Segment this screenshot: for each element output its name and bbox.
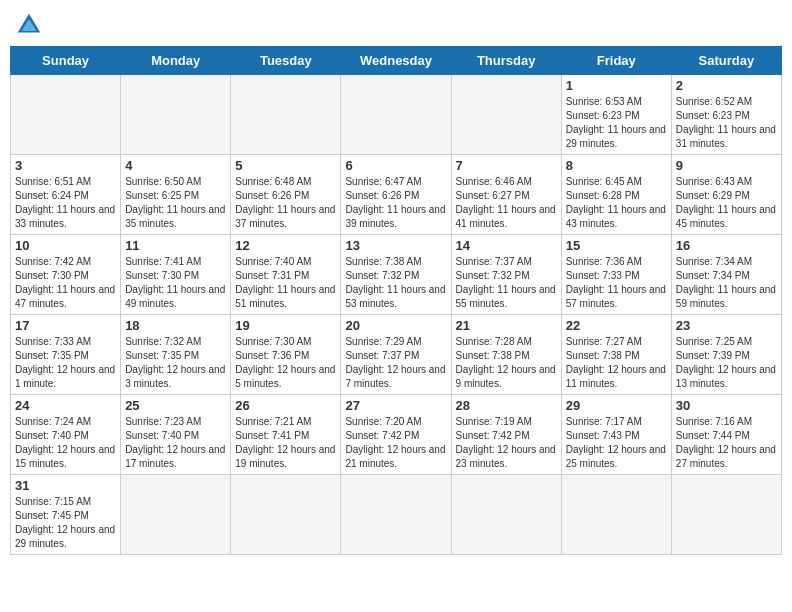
- day-info: Sunrise: 6:53 AM Sunset: 6:23 PM Dayligh…: [566, 95, 667, 151]
- day-info: Sunrise: 6:46 AM Sunset: 6:27 PM Dayligh…: [456, 175, 557, 231]
- day-info: Sunrise: 7:40 AM Sunset: 7:31 PM Dayligh…: [235, 255, 336, 311]
- calendar-cell: 1Sunrise: 6:53 AM Sunset: 6:23 PM Daylig…: [561, 75, 671, 155]
- week-row-3: 10Sunrise: 7:42 AM Sunset: 7:30 PM Dayli…: [11, 235, 782, 315]
- calendar-cell: 26Sunrise: 7:21 AM Sunset: 7:41 PM Dayli…: [231, 395, 341, 475]
- day-number: 1: [566, 78, 667, 93]
- day-info: Sunrise: 7:36 AM Sunset: 7:33 PM Dayligh…: [566, 255, 667, 311]
- calendar-cell: [121, 475, 231, 555]
- calendar-cell: 3Sunrise: 6:51 AM Sunset: 6:24 PM Daylig…: [11, 155, 121, 235]
- day-number: 18: [125, 318, 226, 333]
- day-info: Sunrise: 7:42 AM Sunset: 7:30 PM Dayligh…: [15, 255, 116, 311]
- day-info: Sunrise: 7:41 AM Sunset: 7:30 PM Dayligh…: [125, 255, 226, 311]
- calendar-cell: [451, 475, 561, 555]
- calendar-cell: [341, 75, 451, 155]
- day-number: 7: [456, 158, 557, 173]
- day-info: Sunrise: 7:24 AM Sunset: 7:40 PM Dayligh…: [15, 415, 116, 471]
- day-info: Sunrise: 7:19 AM Sunset: 7:42 PM Dayligh…: [456, 415, 557, 471]
- week-row-1: 1Sunrise: 6:53 AM Sunset: 6:23 PM Daylig…: [11, 75, 782, 155]
- day-number: 22: [566, 318, 667, 333]
- calendar-cell: 20Sunrise: 7:29 AM Sunset: 7:37 PM Dayli…: [341, 315, 451, 395]
- day-info: Sunrise: 6:52 AM Sunset: 6:23 PM Dayligh…: [676, 95, 777, 151]
- day-number: 5: [235, 158, 336, 173]
- calendar-cell: [451, 75, 561, 155]
- day-info: Sunrise: 7:23 AM Sunset: 7:40 PM Dayligh…: [125, 415, 226, 471]
- weekday-header-saturday: Saturday: [671, 47, 781, 75]
- day-number: 27: [345, 398, 446, 413]
- day-number: 23: [676, 318, 777, 333]
- day-number: 25: [125, 398, 226, 413]
- calendar-cell: 2Sunrise: 6:52 AM Sunset: 6:23 PM Daylig…: [671, 75, 781, 155]
- day-info: Sunrise: 7:28 AM Sunset: 7:38 PM Dayligh…: [456, 335, 557, 391]
- week-row-5: 24Sunrise: 7:24 AM Sunset: 7:40 PM Dayli…: [11, 395, 782, 475]
- calendar-cell: 7Sunrise: 6:46 AM Sunset: 6:27 PM Daylig…: [451, 155, 561, 235]
- calendar-cell: 29Sunrise: 7:17 AM Sunset: 7:43 PM Dayli…: [561, 395, 671, 475]
- calendar-cell: 24Sunrise: 7:24 AM Sunset: 7:40 PM Dayli…: [11, 395, 121, 475]
- calendar-cell: 28Sunrise: 7:19 AM Sunset: 7:42 PM Dayli…: [451, 395, 561, 475]
- day-number: 14: [456, 238, 557, 253]
- weekday-header-wednesday: Wednesday: [341, 47, 451, 75]
- day-number: 19: [235, 318, 336, 333]
- day-number: 4: [125, 158, 226, 173]
- calendar-cell: 5Sunrise: 6:48 AM Sunset: 6:26 PM Daylig…: [231, 155, 341, 235]
- week-row-2: 3Sunrise: 6:51 AM Sunset: 6:24 PM Daylig…: [11, 155, 782, 235]
- day-info: Sunrise: 6:45 AM Sunset: 6:28 PM Dayligh…: [566, 175, 667, 231]
- day-number: 15: [566, 238, 667, 253]
- calendar-cell: [671, 475, 781, 555]
- calendar-cell: [561, 475, 671, 555]
- day-info: Sunrise: 7:27 AM Sunset: 7:38 PM Dayligh…: [566, 335, 667, 391]
- calendar-cell: 8Sunrise: 6:45 AM Sunset: 6:28 PM Daylig…: [561, 155, 671, 235]
- day-info: Sunrise: 7:25 AM Sunset: 7:39 PM Dayligh…: [676, 335, 777, 391]
- day-number: 12: [235, 238, 336, 253]
- weekday-header-sunday: Sunday: [11, 47, 121, 75]
- day-info: Sunrise: 7:29 AM Sunset: 7:37 PM Dayligh…: [345, 335, 446, 391]
- calendar-cell: 22Sunrise: 7:27 AM Sunset: 7:38 PM Dayli…: [561, 315, 671, 395]
- day-number: 2: [676, 78, 777, 93]
- logo: [14, 10, 48, 40]
- day-info: Sunrise: 7:17 AM Sunset: 7:43 PM Dayligh…: [566, 415, 667, 471]
- day-info: Sunrise: 7:20 AM Sunset: 7:42 PM Dayligh…: [345, 415, 446, 471]
- calendar-cell: [231, 475, 341, 555]
- day-number: 28: [456, 398, 557, 413]
- day-number: 6: [345, 158, 446, 173]
- day-number: 29: [566, 398, 667, 413]
- calendar-cell: 15Sunrise: 7:36 AM Sunset: 7:33 PM Dayli…: [561, 235, 671, 315]
- weekday-header-row: SundayMondayTuesdayWednesdayThursdayFrid…: [11, 47, 782, 75]
- calendar-cell: 25Sunrise: 7:23 AM Sunset: 7:40 PM Dayli…: [121, 395, 231, 475]
- calendar-cell: 31Sunrise: 7:15 AM Sunset: 7:45 PM Dayli…: [11, 475, 121, 555]
- day-info: Sunrise: 6:51 AM Sunset: 6:24 PM Dayligh…: [15, 175, 116, 231]
- calendar-cell: 9Sunrise: 6:43 AM Sunset: 6:29 PM Daylig…: [671, 155, 781, 235]
- calendar: SundayMondayTuesdayWednesdayThursdayFrid…: [10, 46, 782, 555]
- day-info: Sunrise: 7:30 AM Sunset: 7:36 PM Dayligh…: [235, 335, 336, 391]
- calendar-cell: 10Sunrise: 7:42 AM Sunset: 7:30 PM Dayli…: [11, 235, 121, 315]
- day-info: Sunrise: 6:43 AM Sunset: 6:29 PM Dayligh…: [676, 175, 777, 231]
- day-number: 16: [676, 238, 777, 253]
- calendar-cell: 18Sunrise: 7:32 AM Sunset: 7:35 PM Dayli…: [121, 315, 231, 395]
- day-info: Sunrise: 7:34 AM Sunset: 7:34 PM Dayligh…: [676, 255, 777, 311]
- calendar-cell: [231, 75, 341, 155]
- day-number: 13: [345, 238, 446, 253]
- day-number: 21: [456, 318, 557, 333]
- day-info: Sunrise: 7:15 AM Sunset: 7:45 PM Dayligh…: [15, 495, 116, 551]
- day-number: 11: [125, 238, 226, 253]
- day-info: Sunrise: 6:47 AM Sunset: 6:26 PM Dayligh…: [345, 175, 446, 231]
- weekday-header-monday: Monday: [121, 47, 231, 75]
- calendar-cell: 11Sunrise: 7:41 AM Sunset: 7:30 PM Dayli…: [121, 235, 231, 315]
- calendar-cell: 21Sunrise: 7:28 AM Sunset: 7:38 PM Dayli…: [451, 315, 561, 395]
- calendar-cell: 30Sunrise: 7:16 AM Sunset: 7:44 PM Dayli…: [671, 395, 781, 475]
- day-info: Sunrise: 7:37 AM Sunset: 7:32 PM Dayligh…: [456, 255, 557, 311]
- day-number: 10: [15, 238, 116, 253]
- calendar-cell: 6Sunrise: 6:47 AM Sunset: 6:26 PM Daylig…: [341, 155, 451, 235]
- weekday-header-thursday: Thursday: [451, 47, 561, 75]
- day-info: Sunrise: 7:32 AM Sunset: 7:35 PM Dayligh…: [125, 335, 226, 391]
- calendar-cell: 27Sunrise: 7:20 AM Sunset: 7:42 PM Dayli…: [341, 395, 451, 475]
- day-number: 31: [15, 478, 116, 493]
- calendar-cell: 14Sunrise: 7:37 AM Sunset: 7:32 PM Dayli…: [451, 235, 561, 315]
- week-row-6: 31Sunrise: 7:15 AM Sunset: 7:45 PM Dayli…: [11, 475, 782, 555]
- day-number: 26: [235, 398, 336, 413]
- day-number: 20: [345, 318, 446, 333]
- weekday-header-friday: Friday: [561, 47, 671, 75]
- day-number: 9: [676, 158, 777, 173]
- calendar-cell: [121, 75, 231, 155]
- calendar-cell: [11, 75, 121, 155]
- day-info: Sunrise: 7:16 AM Sunset: 7:44 PM Dayligh…: [676, 415, 777, 471]
